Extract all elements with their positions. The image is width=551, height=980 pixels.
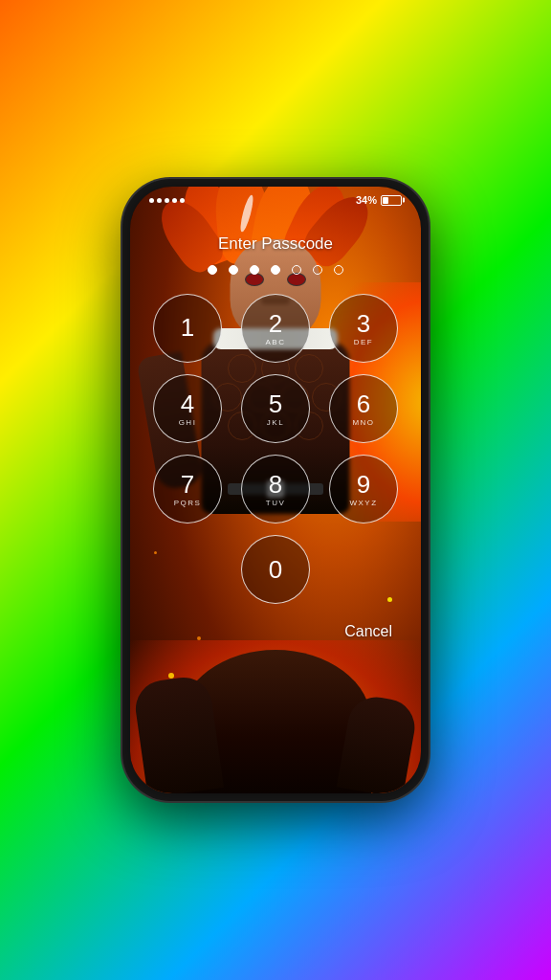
numpad-button-0[interactable]: 0 xyxy=(241,535,310,604)
battery-percent-text: 34% xyxy=(356,194,377,206)
signal-dot-4 xyxy=(172,198,177,203)
numpad-digit-4: 4 xyxy=(181,391,194,416)
passcode-dot-5 xyxy=(292,265,301,275)
numpad-digit-0: 0 xyxy=(269,557,282,582)
passcode-dot-4 xyxy=(271,265,280,275)
numpad-letters-7: PQRS xyxy=(174,499,202,507)
numpad-button-6[interactable]: 6 MNO xyxy=(329,374,398,443)
numpad-digit-5: 5 xyxy=(269,391,282,416)
numpad-button-5[interactable]: 5 JKL xyxy=(241,374,310,443)
passcode-dot-1 xyxy=(208,265,217,275)
cancel-row: Cancel xyxy=(130,608,421,656)
numpad-digit-6: 6 xyxy=(357,391,370,416)
numpad-button-2[interactable]: 2 ABC xyxy=(241,294,310,363)
passcode-dot-7 xyxy=(334,265,343,275)
cancel-button[interactable]: Cancel xyxy=(344,623,392,640)
status-right-group: 34% xyxy=(356,194,402,206)
numpad-button-4[interactable]: 4 GHI xyxy=(153,374,222,443)
passcode-dot-6 xyxy=(313,265,322,275)
signal-dot-3 xyxy=(165,198,169,203)
numpad-letters-8: TUV xyxy=(266,499,286,507)
phone-screen: 34% Enter Passcode xyxy=(130,187,421,793)
numpad-digit-2: 2 xyxy=(269,311,282,336)
numpad-button-7[interactable]: 7 PQRS xyxy=(153,455,222,523)
numpad-digit-7: 7 xyxy=(181,472,194,497)
phone-frame: 34% Enter Passcode xyxy=(122,179,429,801)
numpad-letters-6: MNO xyxy=(352,418,374,427)
signal-dots xyxy=(149,198,185,203)
numpad-button-1[interactable]: 1 xyxy=(153,294,222,363)
numpad-button-8[interactable]: 8 TUV xyxy=(241,455,310,523)
numpad: 1 2 ABC 3 DEF 4 GHI 5 JKL xyxy=(130,294,421,523)
signal-dot-2 xyxy=(157,198,162,203)
numpad-letters-4: GHI xyxy=(179,418,197,427)
passcode-dots-row xyxy=(208,265,343,275)
status-bar: 34% xyxy=(130,187,421,210)
battery-icon xyxy=(381,195,402,206)
numpad-letters-9: WXYZ xyxy=(349,499,377,507)
numpad-button-3[interactable]: 3 DEF xyxy=(329,294,398,363)
signal-dot-1 xyxy=(149,198,154,203)
passcode-title: Enter Passcode xyxy=(218,234,333,254)
zero-row: 0 xyxy=(130,535,421,604)
numpad-digit-1: 1 xyxy=(181,315,194,340)
numpad-letters-2: ABC xyxy=(266,338,286,346)
numpad-digit-9: 9 xyxy=(357,472,370,497)
numpad-letters-5: JKL xyxy=(267,418,284,427)
signal-dot-5 xyxy=(180,198,185,203)
lock-screen: Enter Passcode 1 2 ABC xyxy=(130,187,421,793)
numpad-digit-8: 8 xyxy=(269,472,282,497)
numpad-button-9[interactable]: 9 WXYZ xyxy=(329,455,398,523)
passcode-dot-3 xyxy=(250,265,259,275)
passcode-dot-2 xyxy=(229,265,238,275)
numpad-letters-3: DEF xyxy=(354,338,374,346)
numpad-digit-3: 3 xyxy=(357,311,370,336)
